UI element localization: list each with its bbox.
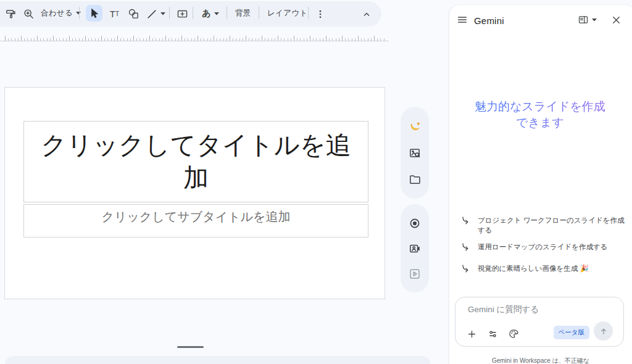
slide-canvas[interactable]: クリックしてタイトルを追加 クリックしてサブタイトルを追加 — [4, 87, 385, 299]
text-tool-button[interactable]: TT — [106, 6, 123, 22]
layout-button[interactable]: レイアウト — [263, 4, 312, 22]
toolbar-divider — [259, 7, 259, 19]
format-painter-button[interactable] — [2, 6, 19, 22]
gemini-panel-title: Gemini — [474, 15, 504, 26]
send-icon — [599, 326, 609, 336]
line-tool-icon — [146, 9, 157, 20]
speaker-notes-drag-handle[interactable] — [177, 346, 204, 348]
zoom-button[interactable] — [20, 6, 37, 22]
text-style-icon: あ — [202, 8, 210, 19]
suggestion-label: プロジェクト ワークフローのスライドを作成する — [478, 215, 627, 235]
zoom-fit-label: 合わせる — [41, 8, 73, 19]
gemini-menu-button[interactable] — [454, 12, 470, 28]
close-panel-button[interactable] — [608, 12, 624, 28]
slideshow-button[interactable] — [406, 265, 423, 283]
zoom-in-icon — [23, 8, 35, 20]
gemini-input-card: ベータ版 — [455, 297, 624, 347]
collapse-toolbar-icon — [362, 9, 372, 19]
panel-layout-button[interactable] — [575, 12, 599, 28]
palette-button[interactable] — [506, 326, 521, 341]
suggestion-item[interactable]: 運用ロードマップのスライドを作成する — [460, 242, 627, 252]
side-tool-rail-top — [401, 107, 429, 199]
close-icon — [611, 15, 622, 25]
gemini-disclaimer: Gemini in Workspace は、不正確な — [449, 357, 632, 364]
shape-tool-icon — [128, 8, 139, 20]
ruler-ticks — [5, 35, 386, 41]
plus-icon — [467, 329, 477, 339]
textbox-tool-icon — [177, 8, 188, 20]
tune-icon — [488, 329, 498, 339]
speaker-notes-panel-edge — [5, 356, 431, 364]
folder-icon — [409, 173, 421, 186]
collapse-toolbar-button[interactable] — [358, 6, 375, 22]
image-search-icon — [409, 147, 421, 159]
suggestion-item[interactable]: プロジェクト ワークフローのスライドを作成する — [460, 215, 627, 235]
camera-icon — [409, 242, 421, 255]
text-tool-icon: T — [110, 9, 115, 19]
record-icon — [409, 217, 421, 230]
caret-down-icon — [214, 12, 219, 15]
image-search-button[interactable] — [406, 144, 423, 162]
suggestion-item[interactable]: 視覚的に素晴らしい画像を生成 🎉 — [460, 263, 627, 273]
textbox-tool-button[interactable] — [174, 6, 191, 22]
toolbar-divider — [308, 7, 309, 19]
gemini-prompt-input[interactable] — [468, 305, 613, 314]
send-button[interactable] — [594, 321, 613, 341]
camera-button[interactable] — [406, 240, 423, 257]
layout-label: レイアウト — [267, 8, 307, 19]
add-button[interactable] — [464, 326, 479, 341]
gemini-side-panel: Gemini 魅力的なスライドを作成できます プロジェクト ワークフローのスライ… — [449, 5, 632, 364]
beta-badge: ベータ版 — [554, 326, 590, 339]
suggestion-arrow-icon — [460, 242, 470, 252]
shape-tool-button[interactable] — [125, 6, 142, 22]
toolbar-divider — [79, 7, 80, 19]
banana-spark-icon — [408, 120, 422, 133]
side-panel-icon — [578, 14, 589, 25]
toolbar-divider — [169, 7, 170, 19]
side-tool-rail-bottom — [401, 204, 429, 292]
text-style-button[interactable]: あ — [198, 5, 223, 22]
subtitle-placeholder-text: クリックしてサブタイトルを追加 — [24, 209, 368, 225]
suggestion-arrow-icon — [460, 215, 470, 225]
format-painter-icon — [5, 8, 17, 20]
subtitle-placeholder[interactable]: クリックしてサブタイトルを追加 — [23, 204, 368, 238]
caret-down-icon — [160, 12, 165, 15]
toolbar-divider — [227, 7, 227, 19]
background-button[interactable]: 背景 — [231, 4, 256, 22]
line-tool-button[interactable] — [144, 6, 167, 22]
toolbar-divider — [193, 7, 193, 19]
folder-button[interactable] — [406, 171, 423, 188]
palette-icon — [508, 328, 519, 339]
title-placeholder[interactable]: クリックしてタイトルを追加 — [23, 121, 368, 202]
title-placeholder-text: クリックしてタイトルを追加 — [40, 129, 352, 194]
more-icon — [315, 9, 326, 20]
image-generation-button[interactable] — [406, 118, 423, 135]
record-button[interactable] — [406, 215, 423, 232]
gemini-headline: 魅力的なスライドを作成できます — [472, 99, 609, 131]
suggestion-label: 視覚的に素晴らしい画像を生成 🎉 — [478, 263, 589, 273]
suggestion-arrow-icon — [460, 263, 470, 273]
suggestion-label: 運用ロードマップのスライドを作成する — [478, 242, 608, 252]
hamburger-icon — [457, 14, 468, 25]
horizontal-ruler — [0, 35, 389, 41]
background-label: 背景 — [235, 8, 251, 19]
select-tool-button[interactable] — [86, 5, 102, 22]
caret-down-icon — [592, 19, 597, 22]
tune-button[interactable] — [485, 326, 500, 341]
zoom-fit-select[interactable]: 合わせる — [36, 4, 85, 22]
more-options-button[interactable] — [312, 6, 328, 22]
select-tool-icon — [88, 7, 100, 19]
play-icon — [409, 268, 421, 280]
